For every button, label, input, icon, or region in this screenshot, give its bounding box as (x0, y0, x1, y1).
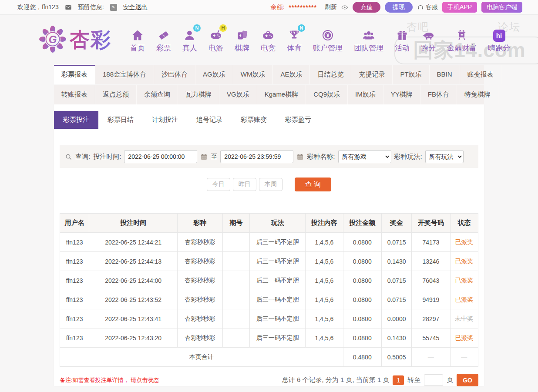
cell-amount: 0.0800 (343, 328, 381, 348)
tab-PT娱乐[interactable]: PT娱乐 (393, 65, 429, 84)
tab-账变报表[interactable]: 账变报表 (460, 65, 501, 84)
game-select[interactable]: 所有游戏 (338, 150, 391, 163)
cell-content: 1,4,5,6 (306, 252, 343, 271)
cell-amount: 0.0800 (343, 233, 381, 252)
tab-彩票报表[interactable]: 彩票报表 (54, 65, 95, 84)
calendar-icon[interactable] (200, 153, 208, 161)
note-text: 备注:如需查看投注单详情， 请点击状态 (60, 376, 159, 384)
cell-status[interactable]: 已派奖 (450, 290, 478, 309)
cell-content: 1,4,5,6 (306, 290, 343, 309)
tab-瓦力棋牌[interactable]: 瓦力棋牌 (178, 85, 219, 104)
cell-status[interactable]: 已派奖 (450, 252, 478, 271)
nav-label: 嗨跑分 (488, 43, 510, 53)
nav-item-sports[interactable]: N体育 (287, 27, 302, 53)
nav-label: 团队管理 (354, 43, 383, 53)
time-to-input[interactable] (220, 150, 293, 163)
eye-icon[interactable] (341, 4, 348, 11)
logo-text: 杏彩 (70, 27, 111, 54)
subtab-彩票账变[interactable]: 彩票账变 (232, 111, 276, 129)
balance-label: 余额: (271, 3, 285, 11)
nav-item-paofen[interactable]: 跑分 (421, 27, 436, 53)
subtab-彩票投注[interactable]: 彩票投注 (54, 111, 98, 129)
cell-prize: 0.0715 (381, 271, 411, 290)
tab-沙巴体育[interactable]: 沙巴体育 (154, 65, 195, 84)
nav-item-chess[interactable]: 棋牌 (235, 27, 249, 53)
tabs-row2: 转账报表返点总额余额查询瓦力棋牌VG娱乐Kgame棋牌CQ9娱乐IM娱乐YY棋牌… (54, 85, 484, 104)
tab-特兔棋牌[interactable]: 特兔棋牌 (457, 85, 498, 104)
nav-badge-h: H (219, 24, 227, 32)
this-week-button[interactable]: 本周 (259, 178, 282, 191)
cell-time: 2022-06-25 12:43:20 (89, 328, 178, 348)
tab-WM娱乐[interactable]: WM娱乐 (233, 65, 273, 84)
cell-play: 后三一码不定胆 (250, 233, 306, 252)
table-row: ffn1232022-06-25 12:43:20杏彩秒秒彩后三一码不定胆1,4… (60, 328, 478, 348)
nav-item-egames[interactable]: H电游 (208, 27, 223, 53)
jinding-icon (455, 27, 468, 42)
pc-client-button[interactable]: 电脑客户端 (481, 2, 522, 13)
time-from-input[interactable] (124, 150, 197, 163)
pagination-text: 总计 6 个记录, 分为 1 页, 当前第 1 页 (282, 376, 390, 384)
customer-service[interactable]: 客服 (417, 3, 438, 11)
cell-status[interactable]: 已派奖 (450, 271, 478, 290)
today-button[interactable]: 今日 (207, 178, 230, 191)
subtab-计划投注[interactable]: 计划投注 (143, 111, 187, 129)
calendar-icon[interactable] (296, 153, 304, 161)
tab-转账报表[interactable]: 转账报表 (54, 85, 95, 104)
tab-CQ9娱乐[interactable]: CQ9娱乐 (306, 85, 348, 104)
summary-status: — (450, 348, 478, 367)
nav-item-live[interactable]: N真人 (182, 27, 197, 53)
mail-icon[interactable] (65, 4, 72, 11)
sports-icon: N (288, 27, 301, 42)
filter-bar: 查询: 投注时间: 至 彩种名称: 所有游戏 彩种玩法: 所有玩法 (60, 145, 478, 168)
nav-item-esports[interactable]: 电竞 (261, 27, 276, 53)
nav-item-activity[interactable]: 活动 (395, 27, 410, 53)
tab-Kgame棋牌[interactable]: Kgame棋牌 (257, 85, 306, 104)
cell-status[interactable]: 未中奖 (450, 309, 478, 328)
subtab-追号记录[interactable]: 追号记录 (187, 111, 232, 129)
goto-page-input[interactable] (424, 374, 443, 386)
tab-IM娱乐[interactable]: IM娱乐 (348, 85, 383, 104)
yesterday-button[interactable]: 昨日 (233, 178, 256, 191)
tab-返点总额[interactable]: 返点总额 (95, 85, 137, 104)
nav-item-team[interactable]: 团队管理 (354, 27, 383, 53)
tab-YY棋牌[interactable]: YY棋牌 (383, 85, 420, 104)
withdraw-button[interactable]: 提现 (385, 2, 413, 13)
tab-余额查询[interactable]: 余额查询 (137, 85, 178, 104)
tab-FB体育[interactable]: FB体育 (420, 85, 457, 104)
go-button[interactable]: GO (457, 374, 478, 386)
topbar-right: 余额: ********** 刷新 充值 提现 客服 手机APP 电脑客户端 (266, 2, 522, 13)
site-logo[interactable]: G 杏彩 (39, 26, 111, 54)
tab-188金宝博体育[interactable]: 188金宝博体育 (95, 65, 154, 84)
cell-status[interactable]: 已派奖 (450, 328, 478, 348)
edit-icon[interactable]: ✎ (110, 4, 117, 11)
cell-user: ffn123 (60, 233, 89, 252)
nav-label: 真人 (182, 43, 197, 53)
current-page-badge[interactable]: 1 (393, 375, 404, 385)
logout-link[interactable]: 安全退出 (123, 3, 148, 11)
nav-item-account[interactable]: 账户管理 (313, 27, 343, 53)
tab-AG娱乐[interactable]: AG娱乐 (195, 65, 233, 84)
cell-numbers: 76043 (412, 271, 450, 290)
subtab-彩票盈亏[interactable]: 彩票盈亏 (276, 111, 320, 129)
nav-item-lottery[interactable]: 彩票 (156, 27, 171, 53)
tab-BBIN[interactable]: BBIN (430, 65, 460, 84)
tab-VG娱乐[interactable]: VG娱乐 (219, 85, 257, 104)
subtab-彩票日结[interactable]: 彩票日结 (98, 111, 143, 129)
tab-AE娱乐[interactable]: AE娱乐 (273, 65, 310, 84)
nav-label: 金鼎财富 (447, 43, 477, 53)
nav-item-jinding[interactable]: 金鼎财富 (447, 27, 477, 53)
cell-issue (222, 290, 249, 309)
cell-numbers: 94919 (412, 290, 450, 309)
search-button[interactable]: 查 询 (295, 178, 331, 191)
play-select[interactable]: 所有玩法 (425, 150, 464, 163)
tab-充提记录[interactable]: 充提记录 (351, 65, 393, 84)
refresh-link[interactable]: 刷新 (325, 3, 337, 11)
nav-item-hipaofen[interactable]: hi嗨跑分 (488, 27, 510, 53)
mobile-app-button[interactable]: 手机APP (442, 2, 477, 13)
cell-time: 2022-06-25 12:43:52 (89, 290, 178, 309)
bets-table-summary: 本页合计 0.4800 0.5005 — — (60, 348, 478, 367)
cell-status[interactable]: 已派奖 (450, 233, 478, 252)
nav-item-home[interactable]: 首页 (130, 27, 145, 53)
tab-日结总览[interactable]: 日结总览 (310, 65, 351, 84)
recharge-button[interactable]: 充值 (353, 2, 380, 13)
